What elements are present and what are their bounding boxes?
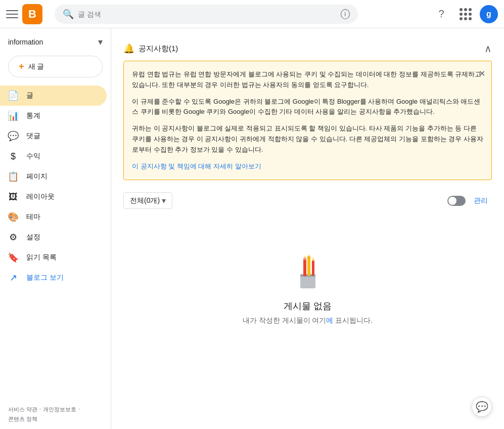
plus-icon: + <box>19 61 24 72</box>
layout-label: 레이아웃 <box>26 192 55 201</box>
stats-icon: 📊 <box>8 111 18 121</box>
earnings-label: 수익 <box>26 152 40 161</box>
empty-state-illustration <box>288 251 328 292</box>
topbar-left: B <box>6 4 42 24</box>
sidebar-item-pages[interactable]: 📋 페이지 <box>0 166 107 187</box>
svg-rect-7 <box>307 256 310 259</box>
theme-label: 테마 <box>26 212 40 222</box>
close-icon[interactable]: ✕ <box>479 67 485 80</box>
topbar: B 🔍 i ? g <box>0 0 504 28</box>
footer-dot2: · <box>78 406 80 413</box>
chevron-down-icon: ▾ <box>98 36 103 48</box>
notification-link[interactable]: 이 공지사항 및 책임에 대해 자세히 알아보기 <box>132 162 261 170</box>
hamburger-icon[interactable] <box>6 8 18 20</box>
empty-state: 게시물 없음 내가 작성한 게시물이 여기에 표시됩니다. <box>123 221 492 356</box>
search-input[interactable] <box>78 10 337 18</box>
blogger-logo: B <box>22 4 42 24</box>
search-icon: 🔍 <box>63 9 74 20</box>
chat-icon: 💬 <box>476 401 488 413</box>
svg-rect-8 <box>312 261 314 276</box>
svg-marker-9 <box>312 257 314 261</box>
sidebar-item-settings[interactable]: ⚙ 설정 <box>0 227 107 247</box>
apps-grid-icon[interactable] <box>455 4 476 24</box>
empty-subtitle-prefix: 내가 작성한 게시물이 여기 <box>243 316 327 324</box>
topbar-right: ? g <box>431 4 498 24</box>
sidebar: information ▾ + 새 글 📄 글 📊 통계 💬 댓글 $ 수익 📋… <box>0 28 111 429</box>
reading-list-label: 읽기 목록 <box>26 253 57 262</box>
filter-label: 전체(0개) <box>130 196 160 205</box>
reading-list-icon: 🔖 <box>8 252 18 263</box>
svg-rect-5 <box>307 258 310 276</box>
sidebar-item-view-blog[interactable]: ↗ 블로그 보기 <box>0 268 107 288</box>
privacy-link[interactable]: 개인정보보호 <box>43 406 76 413</box>
settings-icon: ⚙ <box>8 232 18 242</box>
info-icon[interactable]: i <box>341 9 350 19</box>
theme-icon: 🎨 <box>8 212 18 222</box>
sidebar-nav: 📄 글 📊 통계 💬 댓글 $ 수익 📋 페이지 🖼 레이아웃 🎨 테마 ⚙ <box>0 85 111 288</box>
svg-rect-4 <box>303 258 306 260</box>
view-blog-icon: ↗ <box>8 273 18 283</box>
avatar[interactable]: g <box>480 5 498 23</box>
notification-title: 🔔 공지사항(1) <box>123 43 178 54</box>
new-post-button[interactable]: + 새 글 <box>8 56 103 77</box>
sidebar-item-layout[interactable]: 🖼 레이아웃 <box>0 187 107 207</box>
sidebar-item-theme[interactable]: 🎨 테마 <box>0 207 107 227</box>
chat-fab[interactable]: 💬 <box>472 397 492 417</box>
posts-icon: 📄 <box>8 91 18 101</box>
manage-button[interactable]: 관리 <box>470 194 492 207</box>
search-bar: 🔍 i <box>55 5 358 24</box>
notification-link-paragraph: 이 공지사항 및 책임에 대해 자세히 알아보기 <box>132 161 483 172</box>
empty-subtitle-link[interactable]: 에 <box>326 316 333 324</box>
empty-state-subtitle: 내가 작성한 게시물이 여기에 표시됩니다. <box>243 316 373 325</box>
stats-label: 통계 <box>26 111 40 120</box>
view-blog-label: 블로그 보기 <box>26 273 64 282</box>
sidebar-item-earnings[interactable]: $ 수익 <box>0 146 107 166</box>
collapse-button[interactable]: ∧ <box>484 42 492 55</box>
earnings-icon: $ <box>8 151 18 161</box>
empty-state-title: 게시물 없음 <box>284 300 332 312</box>
footer-dot1: · <box>39 406 41 413</box>
content-policy-link[interactable]: 콘텐츠 정책 <box>8 415 37 423</box>
empty-subtitle-suffix: 표시됩니다. <box>333 316 373 324</box>
sidebar-footer: 서비스 약관 · 개인정보보호 · 콘텐츠 정책 <box>0 400 111 429</box>
sidebar-item-comments[interactable]: 💬 댓글 <box>0 126 107 146</box>
pages-label: 페이지 <box>26 172 48 181</box>
comments-icon: 💬 <box>8 131 18 141</box>
new-post-label: 새 글 <box>28 62 44 71</box>
sidebar-item-reading-list[interactable]: 🔖 읽기 목록 <box>0 247 107 268</box>
bell-icon: 🔔 <box>123 43 134 54</box>
notification-paragraph-1: 유럽 연합 법규는 유럽 연합 방문자에게 블로그에 사용되는 쿠키 및 수집되… <box>132 69 483 91</box>
settings-label: 설정 <box>26 233 40 242</box>
layout-icon: 🖼 <box>8 192 18 202</box>
help-icon[interactable]: ? <box>431 4 451 24</box>
svg-rect-2 <box>303 259 306 276</box>
notification-box: ✕ 유럽 연합 법규는 유럽 연합 방문자에게 블로그에 사용되는 쿠키 및 수… <box>123 61 492 180</box>
sidebar-item-stats[interactable]: 📊 통계 <box>0 106 107 126</box>
terms-link[interactable]: 서비스 약관 <box>8 406 37 413</box>
comments-label: 댓글 <box>26 132 40 141</box>
notification-header: 🔔 공지사항(1) ∧ <box>123 40 492 57</box>
post-toolbar: 전체(0개) ▾ 관리 <box>123 192 492 209</box>
notification-title-text: 공지사항(1) <box>139 44 178 54</box>
toggle-switch[interactable] <box>447 196 466 206</box>
filter-dropdown-icon: ▾ <box>162 196 166 205</box>
main-content: 🔔 공지사항(1) ∧ ✕ 유럽 연합 법규는 유럽 연합 방문자에게 블로그에… <box>111 28 504 429</box>
blog-name: information <box>8 38 43 46</box>
sidebar-item-posts[interactable]: 📄 글 <box>0 85 107 106</box>
posts-label: 글 <box>26 91 33 100</box>
notification-paragraph-3: 귀하는 이 공지사항이 블로그에 실제로 적용되고 표시되도록 할 책임이 있습… <box>132 123 483 155</box>
blog-selector[interactable]: information ▾ <box>0 28 111 52</box>
pages-icon: 📋 <box>8 171 18 182</box>
notification-paragraph-2: 이 규제를 준수할 수 있도록 Google은 귀하의 블로그에 Google이… <box>132 97 483 118</box>
filter-select[interactable]: 전체(0개) ▾ <box>123 192 172 209</box>
